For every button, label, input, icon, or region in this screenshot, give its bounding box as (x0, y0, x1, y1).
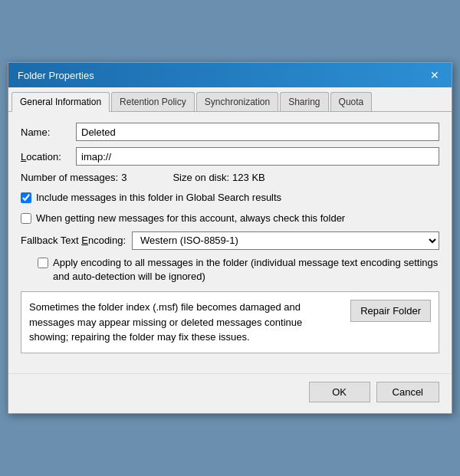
location-row: Location: (21, 147, 439, 166)
num-messages-label: Number of messages: (21, 172, 118, 183)
tab-retention-policy[interactable]: Retention Policy (111, 92, 195, 111)
encoding-select[interactable]: Western (ISO-8859-1) UTF-8 UTF-16 Latin-… (132, 231, 439, 250)
encoding-label: Fallback Text Encoding: (21, 235, 126, 246)
name-row: Name: (21, 123, 439, 141)
tab-quota[interactable]: Quota (330, 92, 373, 111)
apply-encoding-checkbox[interactable] (38, 258, 48, 268)
name-input[interactable] (76, 123, 439, 141)
repair-folder-button[interactable]: Repair Folder (350, 300, 431, 322)
apply-encoding-row: Apply encoding to all messages in the fo… (38, 256, 439, 284)
repair-description: Sometimes the folder index (.msf) file b… (29, 300, 343, 345)
include-global-search-row: Include messages in this folder in Globa… (21, 191, 439, 205)
name-label: Name: (21, 126, 76, 138)
check-new-messages-row: When getting new messages for this accou… (21, 212, 439, 225)
encoding-underline: E (81, 235, 88, 246)
title-bar: Folder Properties ✕ (8, 63, 452, 87)
tab-synchronization[interactable]: Synchronization (196, 92, 278, 111)
tab-general-information[interactable]: General Information (12, 92, 110, 112)
location-label: Location: (21, 151, 76, 162)
check-new-messages-checkbox[interactable] (21, 213, 31, 224)
tab-bar: General Information Retention Policy Syn… (8, 87, 452, 112)
ok-button[interactable]: OK (309, 382, 370, 402)
stats-row: Number of messages: 3 Size on disk: 123 … (21, 172, 439, 183)
dialog-title: Folder Properties (18, 70, 94, 81)
location-input[interactable] (76, 147, 439, 166)
bottom-buttons: OK Cancel (8, 373, 452, 413)
apply-encoding-label: Apply encoding to all messages in the fo… (53, 256, 439, 284)
tab-content: Name: Location: Number of messages: 3 Si… (8, 112, 452, 373)
num-messages-value: 3 (121, 172, 127, 183)
include-global-search-checkbox[interactable] (21, 192, 31, 203)
size-on-disk-label: Size on disk: (172, 172, 229, 183)
tab-sharing[interactable]: Sharing (280, 92, 328, 111)
check-new-messages-label: When getting new messages for this accou… (36, 212, 345, 225)
size-on-disk-value: 123 KB (232, 172, 265, 183)
folder-properties-dialog: Folder Properties ✕ General Information … (8, 62, 452, 413)
include-global-search-label: Include messages in this folder in Globa… (36, 191, 281, 205)
cancel-button[interactable]: Cancel (376, 382, 439, 402)
repair-section: Sometimes the folder index (.msf) file b… (21, 291, 439, 353)
close-button[interactable]: ✕ (427, 67, 442, 83)
encoding-row: Fallback Text Encoding: Western (ISO-885… (21, 231, 439, 250)
